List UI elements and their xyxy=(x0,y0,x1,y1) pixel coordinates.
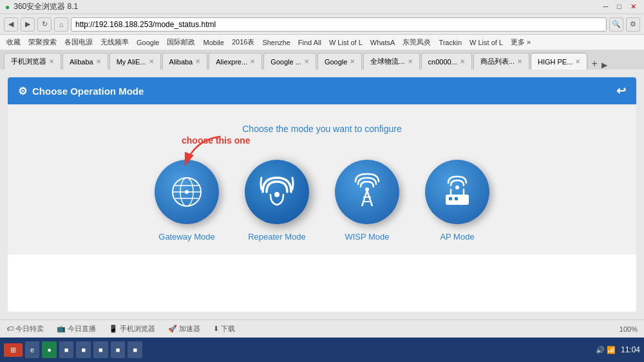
taskbar-app4[interactable]: ■ xyxy=(111,341,126,358)
bookmark-listofL[interactable]: W List of L xyxy=(327,37,365,48)
start-button[interactable]: ⊞ xyxy=(4,343,23,357)
taskbar-icons: 🔊 📶 xyxy=(596,346,616,354)
forward-button[interactable]: ▶ xyxy=(21,17,35,32)
tab-label: My AliE... xyxy=(117,58,146,66)
panel-subtitle: Choose the mode you want to configure xyxy=(242,124,402,134)
bookmark-findall[interactable]: Find All xyxy=(296,37,324,48)
svg-point-6 xyxy=(185,190,189,194)
bookmarks-bar: 收藏 荣聚搜索 各国电源 无线频率 Google 国际邮政 Mobile 201… xyxy=(0,35,644,50)
nav-bar: ◀ ▶ ↻ ⌂ 🔍 ⚙ xyxy=(0,14,644,35)
svg-point-7 xyxy=(274,192,279,197)
tab-label: Google ... xyxy=(270,58,301,66)
status-item-live[interactable]: 📺 今日直播 xyxy=(57,324,96,334)
minimize-button[interactable]: ─ xyxy=(601,3,611,11)
bookmark-dongguan[interactable]: 东莞凤炎 xyxy=(400,36,433,48)
panel-title: Choose Operation Mode xyxy=(32,86,144,97)
panel-header: ⚙ Choose Operation Mode ↩ xyxy=(8,77,636,104)
bookmark-rongju[interactable]: 荣聚搜索 xyxy=(26,36,59,48)
repeater-mode-label: Repeater Mode xyxy=(248,232,306,242)
status-item-tequan[interactable]: 🏷 今日特卖 xyxy=(6,324,44,334)
tab-close-icon[interactable]: ✕ xyxy=(195,58,200,65)
taskbar-app5[interactable]: ■ xyxy=(128,341,142,358)
browser-logo: ● xyxy=(5,3,10,12)
svg-point-12 xyxy=(365,187,369,191)
bookmark-wireless[interactable]: 无线频率 xyxy=(98,36,131,48)
tab-alibaba2[interactable]: Alibaba ✕ xyxy=(162,53,208,70)
tab-aliexpress[interactable]: Aliexpre... ✕ xyxy=(209,53,262,70)
address-bar[interactable] xyxy=(71,17,607,32)
mode-item-ap[interactable]: AP Mode xyxy=(425,160,489,242)
bookmark-trackin[interactable]: Trackin xyxy=(436,37,464,48)
tab-close-icon[interactable]: ✕ xyxy=(460,58,465,65)
tab-close-icon[interactable]: ✕ xyxy=(250,58,255,65)
mode-item-gateway[interactable]: Gateway Mode xyxy=(155,160,219,242)
bookmark-power[interactable]: 各国电源 xyxy=(62,36,95,48)
bookmark-more[interactable]: 更多 » xyxy=(508,36,533,48)
tab-close-icon[interactable]: ✕ xyxy=(575,58,580,65)
tab-close-icon[interactable]: ✕ xyxy=(149,58,154,65)
tab-alibaba1[interactable]: Alibaba ✕ xyxy=(62,53,108,70)
taskbar-ie[interactable]: e xyxy=(25,341,39,358)
bookmark-mobile[interactable]: Mobile xyxy=(200,37,226,48)
status-item-download[interactable]: ⬇ 下载 xyxy=(213,324,235,334)
tab-google2[interactable]: Google ✕ xyxy=(317,53,362,70)
tab-close-icon[interactable]: ✕ xyxy=(49,58,54,65)
bookmark-listL2[interactable]: W List of L xyxy=(467,37,506,48)
taskbar-app1[interactable]: ■ xyxy=(59,341,74,358)
search-button[interactable]: 🔍 xyxy=(609,17,623,32)
refresh-button[interactable]: ↻ xyxy=(37,17,52,32)
svg-rect-14 xyxy=(449,197,452,200)
tab-close-icon[interactable]: ✕ xyxy=(304,58,309,65)
close-button[interactable]: ✕ xyxy=(628,3,639,11)
back-button[interactable]: ◀ xyxy=(4,17,18,32)
tab-highpe[interactable]: HIGH PE... ✕ xyxy=(531,53,587,70)
taskbar-360[interactable]: ● xyxy=(42,341,57,358)
tab-label: 全球物流... xyxy=(370,57,404,66)
status-item-mobile[interactable]: 📱 手机浏览器 xyxy=(109,324,155,334)
svg-point-18 xyxy=(455,186,459,189)
status-item-accelerator[interactable]: 🚀 加速器 xyxy=(168,324,200,334)
tab-myalie[interactable]: My AliE... ✕ xyxy=(109,53,161,70)
tower-icon xyxy=(348,173,386,211)
tab-close-icon[interactable]: ✕ xyxy=(96,58,101,65)
tab-label: Aliexpre... xyxy=(216,58,247,66)
tab-shouji[interactable]: 手机浏览器 ✕ xyxy=(4,53,61,70)
wisp-mode-label: WISP Mode xyxy=(345,232,389,242)
panel-back-button[interactable]: ↩ xyxy=(616,84,626,98)
status-bar: 🏷 今日特卖 📺 今日直播 📱 手机浏览器 🚀 加速器 ⬇ 下载 100% xyxy=(0,319,644,338)
tab-label: 手机浏览器 xyxy=(11,57,46,66)
taskbar-app2[interactable]: ■ xyxy=(76,341,91,358)
tab-close-icon[interactable]: ✕ xyxy=(517,58,522,65)
repeater-mode-circle[interactable] xyxy=(245,160,309,224)
zoom-level: 100% xyxy=(620,325,638,333)
wisp-mode-circle[interactable] xyxy=(335,160,399,224)
bookmark-whats[interactable]: WhatsA xyxy=(368,37,398,48)
bookmark-google[interactable]: Google xyxy=(134,37,162,48)
bookmark-shenzhe[interactable]: Shenzhe xyxy=(260,37,292,48)
settings-button[interactable]: ⚙ xyxy=(626,17,640,32)
tab-global[interactable]: 全球物流... ✕ xyxy=(363,53,419,70)
title-bar-controls: ─ □ ✕ xyxy=(601,3,639,11)
ap-mode-circle[interactable] xyxy=(425,160,489,224)
taskbar-app3[interactable]: ■ xyxy=(93,341,108,358)
svg-rect-15 xyxy=(455,197,458,200)
bookmark-2016[interactable]: 2016表 xyxy=(229,36,257,48)
tab-close-icon[interactable]: ✕ xyxy=(350,58,355,65)
tab-products[interactable]: 商品列表... ✕ xyxy=(473,53,529,70)
new-tab-button[interactable]: + xyxy=(591,58,597,70)
tabs-bar: 手机浏览器 ✕ Alibaba ✕ My AliE... ✕ Alibaba ✕… xyxy=(0,50,644,70)
taskbar-right: 🔊 📶 11:04 xyxy=(596,345,640,354)
tab-close-icon[interactable]: ✕ xyxy=(408,58,413,65)
mode-item-repeater[interactable]: Repeater Mode xyxy=(245,160,309,242)
bookmark-mail[interactable]: 国际邮政 xyxy=(164,36,198,48)
browser-title: 360安全浏览器 8.1 xyxy=(14,1,78,12)
bookmark-shoucan[interactable]: 收藏 xyxy=(4,36,23,48)
svg-line-9 xyxy=(367,191,372,206)
mode-item-wisp[interactable]: WISP Mode xyxy=(335,160,399,242)
tab-cn[interactable]: cn0000... ✕ xyxy=(421,53,472,70)
tab-google1[interactable]: Google ... ✕ xyxy=(263,53,316,70)
tab-scroll-right[interactable]: ▶ xyxy=(601,61,607,70)
tab-label: cn0000... xyxy=(428,58,457,66)
home-button[interactable]: ⌂ xyxy=(54,17,68,32)
maximize-button[interactable]: □ xyxy=(614,3,624,11)
